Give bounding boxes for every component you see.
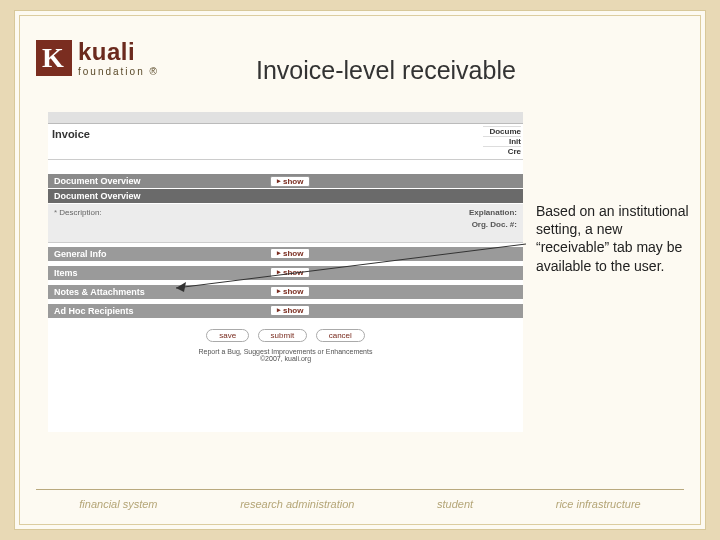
show-button[interactable]: show	[270, 267, 310, 278]
header-right-labels: Docume Init Cre	[483, 126, 523, 157]
explanation-label: Explanation:	[309, 208, 517, 217]
save-button[interactable]: save	[206, 329, 249, 342]
screenshot-header: Invoice Docume Init Cre	[48, 124, 523, 160]
section-document-overview: Document Overview show	[48, 174, 523, 189]
footer-link-financial: financial system	[79, 498, 157, 510]
callout-text: Based on an institutional setting, a new…	[536, 202, 691, 275]
show-button[interactable]: show	[270, 286, 310, 297]
section-items: Items show	[48, 266, 523, 281]
description-row: Description: Explanation: Org. Doc. #:	[48, 204, 523, 243]
show-button[interactable]: show	[270, 176, 310, 187]
page-title: Invoice-level receivable	[256, 56, 516, 85]
header-doc-label: Docume	[483, 126, 521, 136]
logo-sub: foundation ®	[78, 66, 159, 77]
footer-bug-link: Report a Bug, Suggest Improvements or En…	[48, 348, 523, 355]
app-screenshot: Invoice Docume Init Cre Document Overvie…	[48, 112, 523, 432]
section-document-overview-inner: Document Overview	[48, 189, 523, 204]
logo-text: kuali foundation ®	[78, 38, 159, 77]
header-cre-label: Cre	[483, 146, 521, 156]
section-general-info-label: General Info	[54, 249, 107, 259]
section-notes: Notes & Attachments show	[48, 285, 523, 300]
show-button[interactable]: show	[270, 248, 310, 259]
screenshot-footer: Report a Bug, Suggest Improvements or En…	[48, 346, 523, 366]
button-row: save submit cancel	[48, 319, 523, 346]
section-items-label: Items	[54, 268, 78, 278]
header-init-label: Init	[483, 136, 521, 146]
logo-mark-icon	[36, 40, 72, 76]
section-document-overview-inner-label: Document Overview	[54, 191, 141, 201]
description-right: Explanation: Org. Doc. #:	[309, 208, 517, 232]
section-document-overview-label: Document Overview	[54, 176, 141, 186]
section-adhoc-label: Ad Hoc Recipients	[54, 306, 134, 316]
footer-links: financial system research administration…	[26, 498, 694, 510]
description-label: Description:	[54, 208, 102, 217]
slide: kuali foundation ® Invoice-level receiva…	[14, 10, 706, 530]
cancel-button[interactable]: cancel	[316, 329, 365, 342]
frame-inner: kuali foundation ® Invoice-level receiva…	[26, 22, 694, 518]
footer-link-rice: rice infrastructure	[556, 498, 641, 510]
show-button[interactable]: show	[270, 305, 310, 316]
window-titlebar	[48, 112, 523, 124]
invoice-heading: Invoice	[52, 126, 90, 140]
footer-link-research: research administration	[240, 498, 354, 510]
footer-link-student: student	[437, 498, 473, 510]
footer-copyright: ©2007, kuali.org	[48, 355, 523, 362]
section-adhoc: Ad Hoc Recipients show	[48, 304, 523, 319]
spacer	[48, 160, 523, 174]
frame: kuali foundation ® Invoice-level receiva…	[19, 15, 701, 525]
orgdoc-label: Org. Doc. #:	[309, 220, 517, 229]
logo-brand: kuali	[78, 38, 159, 66]
submit-button[interactable]: submit	[258, 329, 308, 342]
logo: kuali foundation ®	[36, 38, 159, 77]
section-general-info: General Info show	[48, 247, 523, 262]
description-left: Description:	[54, 208, 309, 232]
section-notes-label: Notes & Attachments	[54, 287, 145, 297]
divider	[36, 489, 684, 490]
